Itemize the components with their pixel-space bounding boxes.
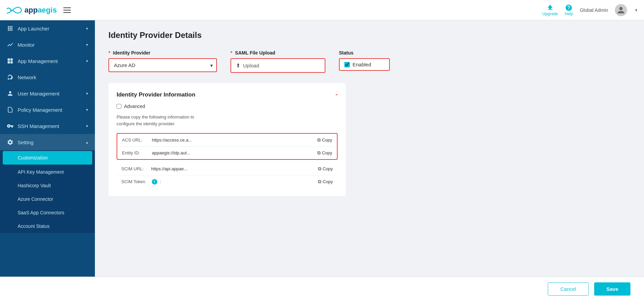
policy-management-icon <box>7 106 14 113</box>
sidebar-label-setting: Setting <box>18 139 34 145</box>
logo-icon <box>7 5 22 15</box>
sidebar-item-app-management[interactable]: App Management ▾ <box>0 53 95 69</box>
entity-id-row: Entity ID: appaegis://idp.aut... ⧉ Copy <box>117 147 337 159</box>
identity-provider-select[interactable]: Azure AD Okta OneLogin ADFS <box>108 58 217 72</box>
network-icon <box>7 74 14 81</box>
info-section: Identity Provider Information - Advanced… <box>108 83 346 196</box>
monitor-icon <box>7 41 14 48</box>
sidebar-chevron-app-management: ▾ <box>86 59 88 63</box>
info-section-title: Identity Provider Information <box>117 91 195 98</box>
footer: Cancel Save <box>0 277 644 301</box>
sidebar-chevron-policy-management: ▾ <box>86 108 88 112</box>
advanced-checkbox[interactable] <box>117 104 121 109</box>
collapse-button[interactable]: - <box>336 91 338 98</box>
sidebar-chevron-setting: ▴ <box>86 140 88 145</box>
upload-icon: ⬆ <box>236 62 240 69</box>
info-section-header: Identity Provider Information - <box>117 91 338 98</box>
sidebar: App Launcher ▾ Monitor ▾ App Management … <box>0 20 95 277</box>
sidebar-label-policy-management: Policy Management <box>18 107 62 113</box>
page-title: Identity Provider Details <box>108 30 630 40</box>
scim-token-info-icon[interactable]: i <box>152 179 157 185</box>
sidebar-subitem-customization[interactable]: Customization <box>3 151 92 165</box>
advanced-row: Advanced <box>117 104 338 109</box>
sidebar-label-user-management: User Management <box>18 91 59 96</box>
header-left: appaegis <box>7 5 71 15</box>
user-label: Global Admin <box>580 7 608 13</box>
sidebar-chevron-ssh-management: ▾ <box>86 124 88 128</box>
identity-provider-group: * Identity Provider Azure AD Okta OneLog… <box>108 50 217 72</box>
upgrade-button[interactable]: Upgrade <box>542 4 558 16</box>
advanced-label: Advanced <box>124 104 145 109</box>
copy-icon-scim: ⧉ <box>318 166 321 172</box>
sidebar-label-ssh-management: SSH Management <box>18 123 59 129</box>
grid-icon <box>7 25 14 32</box>
sidebar-item-monitor[interactable]: Monitor ▾ <box>0 37 95 53</box>
sidebar-chevron-app-launcher: ▾ <box>86 26 88 31</box>
acs-url-row: ACS URL: https://access.ce.a... ⧉ Copy <box>117 134 337 146</box>
content-area: Identity Provider Details * Identity Pro… <box>95 20 644 277</box>
identity-provider-form-row: * Identity Provider Azure AD Okta OneLog… <box>108 50 630 73</box>
cancel-button[interactable]: Cancel <box>548 282 589 296</box>
info-description: Please copy the following information to… <box>117 114 338 127</box>
sidebar-label-app-launcher: App Launcher <box>18 26 49 31</box>
status-checkbox-row: Enabled <box>339 58 390 71</box>
sidebar-label-network: Network <box>18 74 36 80</box>
sidebar-subitem-saas-app-connectors[interactable]: SaaS App Connectors <box>0 206 95 219</box>
ssh-management-icon <box>7 123 14 129</box>
sidebar-chevron-monitor: ▾ <box>86 43 88 47</box>
saml-upload-button[interactable]: ⬆ Upload <box>230 58 325 73</box>
status-label: Status <box>339 50 390 56</box>
copy-icon-scim-token: ⧉ <box>318 179 321 185</box>
sidebar-subitem-account-status[interactable]: Account Status <box>0 219 95 233</box>
copy-icon-acs: ⧉ <box>317 137 321 143</box>
sidebar-chevron-user-management: ▾ <box>86 91 88 96</box>
scim-url-copy-button[interactable]: ⧉ Copy <box>318 166 333 172</box>
status-checkbox[interactable] <box>344 62 350 67</box>
status-group: Status Enabled <box>339 50 390 71</box>
save-button[interactable]: Save <box>594 282 630 296</box>
sidebar-item-network[interactable]: Network <box>0 69 95 85</box>
scim-token-row: SCIM Token i : ⧉ Copy <box>117 175 338 188</box>
sidebar-subitem-hashicorp-vault[interactable]: Hashicorp Vault <box>0 179 95 192</box>
app-management-icon <box>7 58 14 64</box>
sidebar-subitem-azure-connector[interactable]: Azure Connector <box>0 192 95 206</box>
sidebar-label-monitor: Monitor <box>18 42 35 48</box>
user-chevron-icon[interactable]: ▾ <box>635 8 637 13</box>
highlighted-url-block: ACS URL: https://access.ce.a... ⧉ Copy E… <box>117 133 338 160</box>
acs-url-copy-button[interactable]: ⧉ Copy <box>317 137 332 143</box>
entity-id-copy-button[interactable]: ⧉ Copy <box>317 150 332 156</box>
copy-icon-entity: ⧉ <box>317 150 321 156</box>
header-right: Upgrade Help Global Admin ▾ <box>542 4 637 16</box>
sidebar-subitem-api-key-management[interactable]: API Key Management <box>0 165 95 179</box>
hamburger-menu[interactable] <box>63 7 71 13</box>
identity-provider-label: * Identity Provider <box>108 50 217 56</box>
sidebar-item-user-management[interactable]: User Management ▾ <box>0 85 95 102</box>
scim-url-row: SCIM URL: https://api.appae... ⧉ Copy <box>117 163 338 175</box>
avatar[interactable] <box>615 4 627 16</box>
sidebar-item-policy-management[interactable]: Policy Management ▾ <box>0 102 95 118</box>
logo: appaegis <box>7 5 57 15</box>
sidebar-item-ssh-management[interactable]: SSH Management ▾ <box>0 118 95 134</box>
header: appaegis Upgrade Help Global Admin ▾ <box>0 0 644 20</box>
scim-token-copy-button[interactable]: ⧉ Copy <box>318 179 333 185</box>
identity-provider-select-wrapper: Azure AD Okta OneLogin ADFS ▾ <box>108 58 217 72</box>
sidebar-item-app-launcher[interactable]: App Launcher ▾ <box>0 20 95 37</box>
sidebar-subitems-setting: Customization API Key Management Hashico… <box>0 150 95 233</box>
sidebar-item-setting[interactable]: Setting ▴ <box>0 134 95 150</box>
logo-text: appaegis <box>24 6 57 15</box>
help-button[interactable]: Help <box>565 4 573 16</box>
user-management-icon <box>7 90 14 97</box>
saml-upload-group: * SAML File Upload ⬆ Upload <box>230 50 325 73</box>
sidebar-label-app-management: App Management <box>18 58 58 64</box>
main-layout: App Launcher ▾ Monitor ▾ App Management … <box>0 20 644 277</box>
saml-upload-label: * SAML File Upload <box>230 50 325 56</box>
status-text: Enabled <box>353 62 371 67</box>
setting-icon <box>7 139 14 146</box>
